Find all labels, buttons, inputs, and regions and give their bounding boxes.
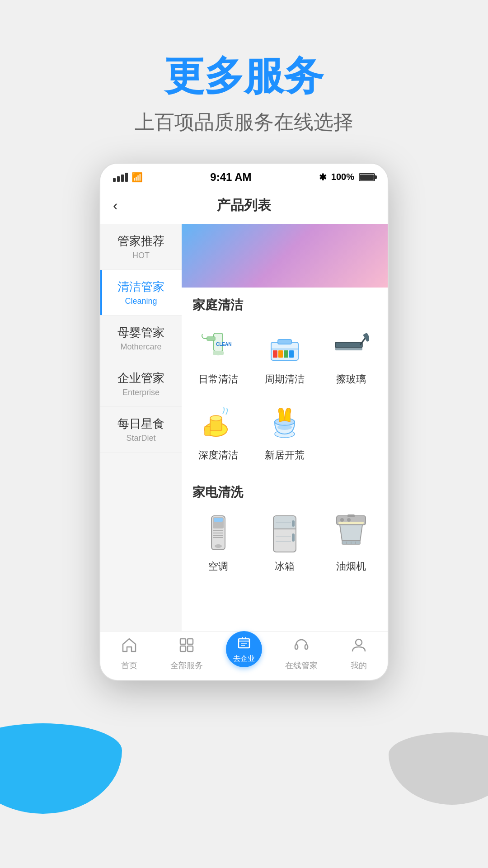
status-right: ✱ 100% bbox=[319, 172, 375, 183]
enterprise-icon bbox=[237, 635, 251, 653]
list-item[interactable]: 深度清洁 bbox=[185, 395, 252, 471]
svg-rect-49 bbox=[347, 514, 355, 517]
range-hood-icon bbox=[328, 514, 374, 554]
battery-percent: 100% bbox=[331, 172, 354, 182]
svg-rect-14 bbox=[335, 348, 362, 350]
svg-rect-9 bbox=[273, 350, 277, 358]
svg-rect-1 bbox=[207, 337, 215, 340]
svg-rect-30 bbox=[214, 518, 223, 522]
phone-container: 📶 9:41 AM ✱ 100% ‹ 产品列表 管家推荐 HOT bbox=[0, 163, 488, 699]
tab-item-manager[interactable]: 在线管家 bbox=[273, 637, 330, 671]
svg-rect-52 bbox=[338, 522, 364, 524]
content-area: 管家推荐 HOT 清洁管家 Cleaning 母婴管家 Mothercare 企… bbox=[100, 224, 388, 631]
hero-subtitle: 上百项品质服务在线选择 bbox=[18, 109, 470, 136]
sidebar-item-cleaning[interactable]: 清洁管家 Cleaning bbox=[100, 270, 182, 316]
tab-item-home[interactable]: 首页 bbox=[100, 637, 158, 671]
status-left: 📶 bbox=[113, 172, 143, 183]
item-label: 空调 bbox=[208, 560, 228, 573]
fridge-icon bbox=[262, 514, 307, 554]
phone-mockup: 📶 9:41 AM ✱ 100% ‹ 产品列表 管家推荐 HOT bbox=[99, 163, 389, 681]
sidebar-item-en: Enterprise bbox=[108, 388, 174, 397]
tab-bar: 首页 全部服务 bbox=[100, 631, 388, 680]
svg-point-19 bbox=[210, 415, 222, 421]
sidebar-item-enterprise[interactable]: 企业管家 Enterprise bbox=[100, 361, 182, 407]
page-title: 产品列表 bbox=[217, 196, 271, 215]
window-cleaning-icon bbox=[328, 326, 374, 367]
sidebar-item-cn: 每日星食 bbox=[108, 416, 174, 432]
enterprise-center-button[interactable]: 去企业 bbox=[226, 631, 262, 667]
enterprise-tab-label: 去企业 bbox=[233, 654, 255, 664]
svg-point-23 bbox=[277, 425, 292, 430]
svg-rect-20 bbox=[205, 426, 210, 435]
appliance-cleaning-grid: 空调 bbox=[182, 506, 388, 586]
bg-decoration-right bbox=[389, 732, 488, 805]
item-label: 周期清洁 bbox=[265, 373, 305, 386]
sidebar-item-cn: 管家推荐 bbox=[108, 233, 174, 249]
new-home-cleaning-icon bbox=[262, 402, 307, 443]
deep-cleaning-icon bbox=[196, 402, 241, 443]
daily-cleaning-icon: CLEAN bbox=[196, 326, 241, 367]
sidebar-item-hot[interactable]: 管家推荐 HOT bbox=[100, 224, 182, 270]
sidebar-item-cn: 企业管家 bbox=[108, 370, 174, 386]
svg-rect-5 bbox=[213, 351, 224, 355]
tab-label: 全部服务 bbox=[170, 660, 203, 671]
list-item[interactable]: 冰箱 bbox=[252, 506, 318, 582]
ac-icon bbox=[196, 514, 241, 554]
sidebar-item-en: StarDiet bbox=[108, 434, 174, 443]
profile-icon bbox=[351, 637, 367, 657]
svg-rect-11 bbox=[284, 350, 288, 358]
grid-icon bbox=[178, 637, 195, 657]
svg-rect-56 bbox=[188, 646, 193, 651]
status-bar: 📶 9:41 AM ✱ 100% bbox=[100, 164, 388, 187]
back-button[interactable]: ‹ bbox=[113, 195, 123, 216]
wifi-icon: 📶 bbox=[131, 172, 143, 183]
sidebar-item-en: Mothercare bbox=[108, 342, 174, 352]
nav-bar: ‹ 产品列表 bbox=[100, 187, 388, 224]
bg-decoration-left bbox=[0, 723, 122, 814]
sidebar-item-mothercare[interactable]: 母婴管家 Mothercare bbox=[100, 316, 182, 361]
bluetooth-icon: ✱ bbox=[319, 172, 327, 183]
tab-label: 首页 bbox=[121, 660, 137, 671]
home-cleaning-grid: CLEAN 日常清洁 bbox=[182, 319, 388, 475]
status-time: 9:41 AM bbox=[210, 171, 251, 184]
battery-icon bbox=[359, 173, 375, 181]
item-label: 深度清洁 bbox=[198, 448, 238, 462]
svg-rect-40 bbox=[292, 533, 295, 542]
list-item[interactable]: 新居开荒 bbox=[252, 395, 318, 471]
section-header-appliance: 家电清洗 bbox=[182, 475, 388, 506]
svg-point-65 bbox=[356, 639, 362, 646]
svg-rect-7 bbox=[278, 340, 291, 344]
svg-rect-64 bbox=[305, 645, 308, 649]
signal-icon bbox=[113, 173, 128, 182]
list-item[interactable]: 周期清洁 bbox=[252, 319, 318, 395]
svg-rect-53 bbox=[180, 639, 186, 644]
svg-rect-63 bbox=[295, 645, 298, 649]
tab-item-all-services[interactable]: 全部服务 bbox=[158, 637, 215, 671]
main-content: 家庭清洁 CLEAN bbox=[182, 224, 388, 631]
svg-rect-57 bbox=[239, 639, 249, 648]
tab-item-profile[interactable]: 我的 bbox=[330, 637, 388, 671]
tab-item-enterprise[interactable]: 去企业 bbox=[215, 640, 272, 667]
item-label: 擦玻璃 bbox=[336, 373, 366, 386]
svg-point-51 bbox=[347, 518, 351, 522]
sidebar-item-cn: 母婴管家 bbox=[108, 325, 174, 340]
svg-text:CLEAN: CLEAN bbox=[216, 342, 231, 347]
list-item[interactable]: CLEAN 日常清洁 bbox=[185, 319, 252, 395]
sidebar: 管家推荐 HOT 清洁管家 Cleaning 母婴管家 Mothercare 企… bbox=[100, 224, 182, 631]
svg-rect-12 bbox=[289, 350, 294, 358]
item-label: 日常清洁 bbox=[198, 373, 238, 386]
svg-rect-10 bbox=[278, 350, 283, 358]
svg-rect-13 bbox=[335, 342, 362, 348]
headset-icon bbox=[293, 637, 310, 657]
svg-rect-55 bbox=[180, 646, 186, 651]
item-label: 冰箱 bbox=[275, 560, 295, 573]
sidebar-item-cn: 清洁管家 bbox=[108, 279, 174, 295]
list-item[interactable]: 空调 bbox=[185, 506, 252, 582]
tab-label: 在线管家 bbox=[285, 660, 318, 671]
hero-title: 更多服务 bbox=[18, 54, 470, 98]
sidebar-item-stardiet[interactable]: 每日星食 StarDiet bbox=[100, 407, 182, 453]
svg-rect-39 bbox=[292, 520, 295, 527]
periodic-cleaning-icon bbox=[262, 326, 307, 367]
list-item[interactable]: 擦玻璃 bbox=[318, 319, 384, 395]
list-item[interactable]: 油烟机 bbox=[318, 506, 384, 582]
